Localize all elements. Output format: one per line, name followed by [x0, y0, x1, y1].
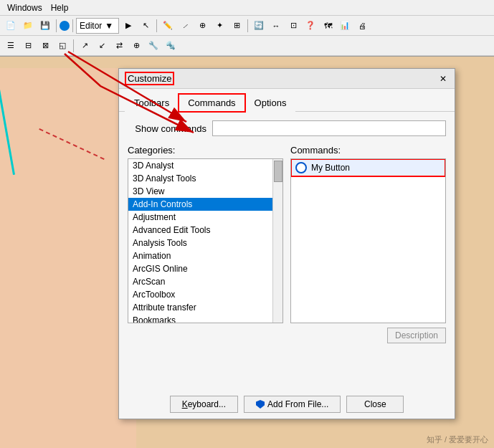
sep-r2-1: [73, 39, 74, 52]
list-item[interactable]: Adjustment: [128, 211, 282, 224]
list-item[interactable]: 3D Analyst: [128, 159, 282, 172]
dialog-content: Show commands Categories: 3D Analyst 3D …: [119, 112, 455, 352]
scrollbar-thumb[interactable]: [274, 161, 282, 182]
description-row: Description: [290, 328, 446, 343]
menu-bar: Windows Help: [0, 0, 494, 16]
keyboard-button[interactable]: Keyboard...: [170, 396, 238, 413]
toolbar-btn-18[interactable]: 🖨: [354, 18, 370, 34]
list-item[interactable]: 3D View: [128, 185, 282, 198]
toolbar-btn-14[interactable]: ⊡: [285, 18, 301, 34]
toolbar-btn-r2-9[interactable]: 🔧: [146, 38, 161, 54]
scrollbar[interactable]: [272, 159, 282, 323]
editor-dropdown[interactable]: Editor ▼: [76, 18, 119, 34]
tab-toolbars[interactable]: Toolbars: [125, 94, 179, 112]
list-item-selected[interactable]: Add-In Controls: [128, 198, 282, 211]
toolbar-btn-17[interactable]: 📊: [337, 18, 353, 34]
dialog-footer: Keyboard... Add From File... Close: [119, 396, 455, 413]
toolbar-btn-16[interactable]: 🗺: [320, 18, 336, 34]
commands-column: Commands: My Button Description: [290, 145, 446, 343]
toolbar-btn-3[interactable]: 💾: [37, 18, 53, 34]
show-commands-row: Show commands: [128, 120, 446, 136]
toolbar-btn-r2-5[interactable]: ↗: [77, 38, 92, 54]
sep-1: [56, 19, 57, 32]
list-item[interactable]: 3D Analyst Tools: [128, 172, 282, 185]
list-item[interactable]: ArcScan: [128, 275, 282, 288]
toolbar-btn-r2-1[interactable]: ☰: [3, 38, 19, 54]
list-item[interactable]: Attribute transfer: [128, 301, 282, 314]
menu-windows[interactable]: Windows: [3, 1, 47, 14]
toolbar-btn-1[interactable]: 📄: [3, 18, 19, 34]
toolbar-btn-r2-8[interactable]: ⊕: [128, 38, 144, 54]
show-commands-label: Show commands: [128, 123, 206, 134]
list-item[interactable]: Animation: [128, 249, 282, 262]
toolbar-btn-r2-7[interactable]: ⇄: [111, 38, 127, 54]
toolbar-btn-4[interactable]: [60, 21, 70, 31]
keyboard-label: Keyboard...: [182, 399, 226, 409]
list-item[interactable]: Bookmarks: [128, 314, 282, 323]
toolbar-btn-r2-3[interactable]: ⊠: [37, 38, 53, 54]
toolbar-btn-10[interactable]: ✦: [212, 18, 227, 34]
categories-list[interactable]: 3D Analyst 3D Analyst Tools 3D View Add-…: [128, 158, 283, 323]
command-item-my-button[interactable]: My Button: [291, 159, 445, 176]
toolbar-btn-6[interactable]: ↖: [138, 18, 153, 34]
list-item[interactable]: Advanced Edit Tools: [128, 224, 282, 237]
sep-3: [156, 19, 157, 32]
toolbar-btn-5[interactable]: ▶: [120, 18, 136, 34]
dialog-close-button[interactable]: ✕: [437, 73, 449, 85]
toolbar-btn-7[interactable]: ✏️: [160, 18, 176, 34]
toolbar-btn-r2-6[interactable]: ↙: [94, 38, 110, 54]
close-button[interactable]: Close: [346, 396, 404, 413]
toolbar-btn-r2-2[interactable]: ⊟: [20, 38, 36, 54]
categories-label: Categories:: [128, 145, 283, 156]
toolbar-area: Windows Help 📄 📁 💾 Editor ▼ ▶ ↖ ✏️ ⟋ ⊕ ✦…: [0, 0, 494, 57]
commands-label: Commands:: [290, 145, 446, 156]
customize-dialog: Customize ✕ Toolbars Commands Options Sh…: [118, 68, 455, 419]
toolbar-btn-15[interactable]: ❓: [303, 18, 318, 34]
commands-list[interactable]: My Button: [290, 158, 446, 323]
toolbar-row-1: 📄 📁 💾 Editor ▼ ▶ ↖ ✏️ ⟋ ⊕ ✦ ⊞ 🔄 ↔ ⊡ ❓ 🗺 …: [0, 16, 494, 36]
sep-4: [247, 19, 248, 32]
two-columns: Categories: 3D Analyst 3D Analyst Tools …: [128, 145, 446, 343]
toolbar-btn-11[interactable]: ⊞: [229, 18, 244, 34]
categories-column: Categories: 3D Analyst 3D Analyst Tools …: [128, 145, 283, 343]
toolbar-btn-13[interactable]: ↔: [268, 18, 284, 34]
dialog-title: Customize: [125, 72, 174, 85]
command-item-label: My Button: [311, 163, 350, 173]
list-item[interactable]: ArcToolbox: [128, 288, 282, 301]
list-item[interactable]: Analysis Tools: [128, 237, 282, 249]
list-item[interactable]: ArcGIS Online: [128, 262, 282, 275]
dialog-titlebar: Customize ✕: [119, 69, 455, 89]
add-from-file-button[interactable]: Add From File...: [244, 396, 341, 413]
tab-options[interactable]: Options: [245, 94, 296, 112]
menu-help[interactable]: Help: [47, 1, 73, 14]
toolbar-btn-r2-10[interactable]: 🔩: [163, 38, 179, 54]
toolbar-row-2: ☰ ⊟ ⊠ ◱ ↗ ↙ ⇄ ⊕ 🔧 🔩: [0, 36, 494, 56]
toolbar-btn-2[interactable]: 📁: [20, 18, 36, 34]
shield-icon: [256, 400, 265, 409]
toolbar-btn-r2-4[interactable]: ◱: [54, 38, 70, 54]
toolbar-btn-9[interactable]: ⊕: [194, 18, 210, 34]
description-button[interactable]: Description: [387, 328, 446, 343]
show-commands-input[interactable]: [212, 120, 446, 136]
add-from-file-label: Add From File...: [267, 399, 328, 409]
dialog-tabs: Toolbars Commands Options: [119, 89, 455, 112]
map-left-area: [0, 68, 136, 448]
toolbar-btn-12[interactable]: 🔄: [251, 18, 267, 34]
toolbar-btn-8[interactable]: ⟋: [177, 18, 193, 34]
sep-2: [72, 19, 73, 32]
my-button-icon: [295, 162, 307, 173]
watermark: 知乎 / 爱爱要开心: [427, 434, 488, 445]
tab-commands[interactable]: Commands: [179, 94, 244, 112]
